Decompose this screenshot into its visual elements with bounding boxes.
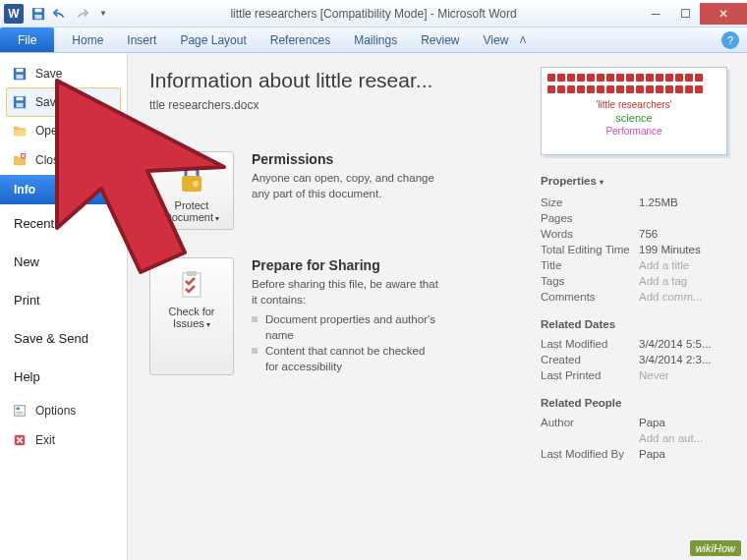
tab-insert[interactable]: Insert [115,28,168,52]
file-path: ttle researchers.docx [149,98,519,112]
property-row: Last Modified ByPapa [541,446,733,462]
related-dates-header: Related Dates [541,318,733,330]
property-value[interactable]: Never [639,369,669,381]
exit-icon [12,432,28,448]
sidebar-label: New [14,254,39,269]
svg-rect-12 [17,412,24,413]
protect-document-button[interactable]: Protect Document ▾ [149,151,234,230]
tab-review[interactable]: Review [409,28,471,52]
svg-rect-5 [17,75,24,79]
property-row: AuthorPapa [541,415,733,430]
maximize-button[interactable]: ☐ [670,3,700,25]
tab-mailings[interactable]: Mailings [342,28,409,52]
property-row: CommentsAdd comm... [541,289,733,305]
sidebar-help[interactable]: Help [0,358,127,396]
svg-rect-18 [187,271,197,276]
file-tab[interactable]: File [0,28,54,52]
property-key: Author [541,417,639,428]
save-as-icon [12,94,28,110]
ribbon-minimize-icon[interactable]: ᐱ [520,35,532,45]
sidebar-info[interactable]: Info [0,175,127,204]
sidebar-label: Close [35,153,66,167]
svg-rect-11 [17,408,21,411]
permissions-desc: Anyone can open, copy, and change any pa… [252,170,438,201]
sidebar-save-as[interactable]: Save As [6,87,121,117]
options-icon [12,403,28,419]
property-key: Title [541,259,639,271]
property-value[interactable]: Add comm... [639,291,703,303]
qat-redo-button[interactable] [73,5,90,23]
tab-view[interactable]: View [472,28,521,52]
quick-access-toolbar: ▼ [29,5,112,23]
document-thumbnail[interactable]: 'little researchers' science Performance [541,67,727,155]
window-controls: ─ ☐ ✕ [641,3,747,25]
property-key: Created [541,354,639,365]
sidebar-label: Save [35,67,62,81]
info-heading: Information about little resear... [149,69,519,92]
sidebar-label: Recent [14,216,54,231]
sidebar-label: Help [14,369,40,384]
prepare-desc: Before sharing this file, be aware that … [252,276,438,308]
qat-save-button[interactable] [29,5,47,23]
ribbon: File Home Insert Page Layout References … [0,28,747,53]
property-key: Comments [541,291,639,303]
save-icon [31,7,45,21]
tab-references[interactable]: References [259,28,342,52]
property-value[interactable]: Add a title [639,259,689,271]
sidebar-exit[interactable]: Exit [0,425,127,455]
svg-rect-10 [15,406,26,417]
lock-icon [154,162,229,196]
undo-icon [53,7,67,21]
property-value: 3/4/2014 2:3... [639,354,712,365]
property-row: TagsAdd a tag [541,273,733,289]
property-key: Last Modified [541,338,639,350]
help-icon[interactable]: ? [721,31,739,49]
word-app-icon: W [4,4,24,24]
properties-header[interactable]: Properties ▾ [541,175,733,187]
property-value: Papa [639,448,665,460]
prepare-title: Prepare for Sharing [252,257,438,273]
sidebar-save[interactable]: Save [0,59,127,88]
sidebar-label: Print [14,293,40,308]
tab-home[interactable]: Home [60,28,115,52]
prepare-section: Check for Issues ▾ Prepare for Sharing B… [149,257,519,375]
property-value: 1.25MB [639,196,678,208]
redo-icon [75,7,88,21]
sidebar-open[interactable]: Open [0,116,127,145]
property-key: Last Printed [541,369,639,381]
sidebar-recent[interactable]: Recent [0,204,127,243]
property-value: 199 Minutes [639,244,701,255]
backstage-sidebar: Save Save As Open Close Info Recent New … [0,53,128,560]
sidebar-new[interactable]: New [0,243,127,281]
prepare-bullets: Document properties and author's name Co… [252,311,438,374]
property-row: Total Editing Time199 Minutes [541,242,733,257]
bullet-item: Content that cannot be checked for acces… [252,343,438,374]
svg-rect-7 [17,97,24,101]
button-label: Protect Document [164,199,213,223]
close-button[interactable]: ✕ [700,3,747,25]
sidebar-options[interactable]: Options [0,396,127,425]
sidebar-save-send[interactable]: Save & Send [0,319,127,358]
thumb-text: 'little researchers' [547,99,720,110]
property-value: Papa [639,417,665,428]
tab-page-layout[interactable]: Page Layout [168,28,258,52]
property-value[interactable]: Add an aut... [639,432,703,444]
title-bar: W ▼ little researchers [Compatibility Mo… [0,0,747,28]
sidebar-label: Exit [35,433,55,447]
svg-rect-1 [35,8,42,12]
sidebar-print[interactable]: Print [0,281,127,319]
qat-customize-button[interactable]: ▼ [94,5,112,23]
sidebar-label: Options [35,404,76,418]
check-issues-button[interactable]: Check for Issues ▾ [149,257,234,375]
checklist-icon [154,268,229,302]
qat-undo-button[interactable] [51,5,69,23]
sidebar-label: Info [14,183,35,196]
sidebar-close[interactable]: Close [0,145,127,175]
property-key: Tags [541,275,639,287]
close-icon [12,152,28,168]
properties-panel: 'little researchers' science Performance… [529,53,747,560]
property-value[interactable]: Add a tag [639,275,687,287]
property-row: Pages [541,210,733,226]
minimize-button[interactable]: ─ [641,3,670,25]
permissions-title: Permissions [252,151,438,167]
